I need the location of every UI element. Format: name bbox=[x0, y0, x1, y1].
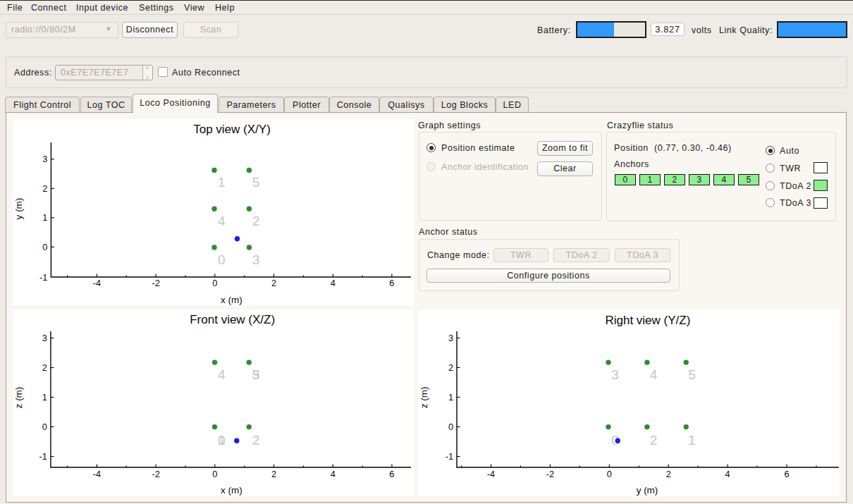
svg-text:1: 1 bbox=[42, 393, 47, 402]
svg-text:0: 0 bbox=[448, 422, 453, 432]
svg-text:3: 3 bbox=[252, 252, 260, 267]
svg-text:6: 6 bbox=[389, 469, 394, 479]
svg-text:0: 0 bbox=[42, 422, 47, 432]
svg-text:-1: -1 bbox=[39, 273, 47, 283]
svg-text:-2: -2 bbox=[546, 469, 554, 479]
svg-text:1: 1 bbox=[218, 175, 226, 190]
svg-text:y (m): y (m) bbox=[637, 485, 658, 496]
svg-text:6: 6 bbox=[784, 469, 789, 479]
svg-text:3: 3 bbox=[448, 333, 453, 343]
svg-text:z (m): z (m) bbox=[419, 387, 429, 409]
svg-text:1: 1 bbox=[688, 433, 696, 448]
svg-text:z (m): z (m) bbox=[13, 387, 24, 409]
svg-text:6: 6 bbox=[389, 278, 394, 288]
svg-text:Front view (X/Z): Front view (X/Z) bbox=[190, 313, 275, 326]
svg-text:0: 0 bbox=[607, 469, 612, 479]
svg-text:5: 5 bbox=[252, 367, 260, 382]
svg-text:0: 0 bbox=[212, 278, 217, 288]
svg-text:2: 2 bbox=[448, 363, 453, 373]
svg-text:1: 1 bbox=[448, 393, 453, 402]
svg-text:-4: -4 bbox=[93, 278, 101, 288]
svg-text:-2: -2 bbox=[152, 469, 159, 479]
svg-text:2: 2 bbox=[42, 363, 47, 373]
svg-text:4: 4 bbox=[218, 214, 226, 228]
svg-text:2: 2 bbox=[42, 184, 47, 194]
svg-text:2: 2 bbox=[271, 469, 276, 479]
svg-text:-2: -2 bbox=[152, 278, 159, 288]
svg-text:4: 4 bbox=[218, 367, 226, 382]
svg-text:1: 1 bbox=[42, 213, 47, 223]
svg-text:y (m): y (m) bbox=[13, 198, 24, 220]
svg-text:4: 4 bbox=[331, 469, 336, 479]
svg-text:3: 3 bbox=[611, 367, 619, 382]
svg-text:-4: -4 bbox=[93, 469, 101, 479]
svg-text:0: 0 bbox=[212, 469, 217, 479]
svg-text:3: 3 bbox=[42, 154, 47, 164]
svg-text:2: 2 bbox=[271, 278, 276, 288]
svg-text:x (m): x (m) bbox=[221, 485, 243, 496]
svg-text:4: 4 bbox=[725, 469, 730, 479]
svg-text:3: 3 bbox=[42, 333, 47, 343]
svg-text:2: 2 bbox=[650, 433, 658, 448]
svg-text:2: 2 bbox=[666, 469, 671, 479]
svg-text:5: 5 bbox=[252, 175, 260, 190]
svg-text:0: 0 bbox=[218, 433, 226, 448]
svg-text:-4: -4 bbox=[487, 469, 495, 479]
svg-text:4: 4 bbox=[650, 367, 658, 382]
svg-text:2: 2 bbox=[252, 214, 260, 228]
svg-text:0: 0 bbox=[218, 252, 226, 267]
svg-text:2: 2 bbox=[252, 433, 260, 448]
svg-text:5: 5 bbox=[688, 367, 696, 382]
svg-text:Right view (Y/Z): Right view (Y/Z) bbox=[605, 314, 690, 327]
svg-text:0: 0 bbox=[42, 242, 47, 252]
svg-text:-1: -1 bbox=[39, 452, 47, 462]
svg-text:4: 4 bbox=[331, 278, 336, 288]
svg-text:x (m): x (m) bbox=[221, 295, 243, 305]
svg-text:Top view (X/Y): Top view (X/Y) bbox=[193, 123, 271, 136]
svg-text:-1: -1 bbox=[446, 452, 453, 462]
